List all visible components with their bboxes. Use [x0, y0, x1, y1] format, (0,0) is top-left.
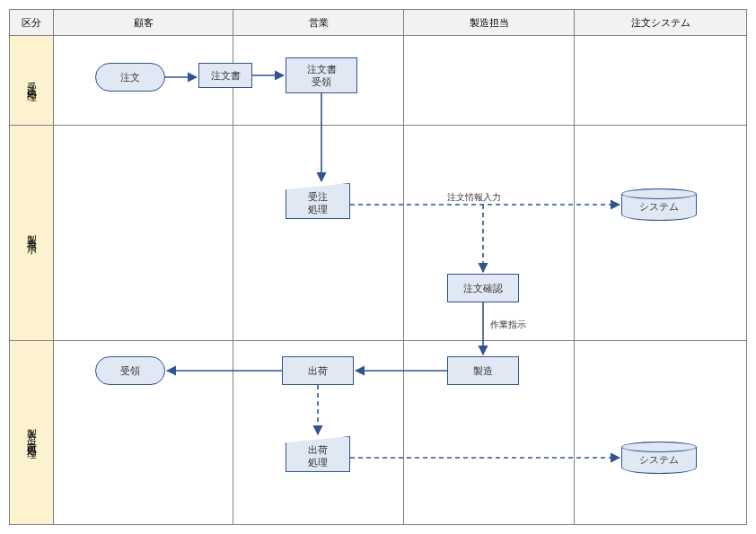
header-customer: 顧客 [53, 9, 233, 36]
lane-mfg-r1 [403, 35, 575, 126]
node-ship-proc-label: 出荷 処理 [308, 443, 328, 469]
header-customer-label: 顧客 [134, 16, 154, 30]
node-manufacture-label: 製造 [473, 364, 493, 377]
node-system-b: システム [621, 442, 697, 474]
edge-label-work-order: 作業指示 [490, 319, 526, 331]
lane-mfg-r2 [403, 125, 575, 341]
header-category-label: 区分 [22, 16, 41, 30]
node-order-form-label: 注文書 [211, 69, 241, 82]
header-sales-label: 営業 [309, 16, 329, 30]
node-order-confirm-label: 注文確認 [463, 282, 503, 294]
node-order-proc-label: 受注 処理 [308, 190, 328, 216]
header-manufacturing: 製造担当 [403, 9, 575, 36]
node-order-label: 注文 [120, 71, 140, 83]
swimlane-diagram: 区分 顧客 営業 製造担当 注文システム 受注処理 製造指示 製造・出荷処理 注… [0, 0, 756, 534]
node-system-a: システム [621, 188, 697, 221]
phase-3: 製造・出荷処理 [9, 340, 54, 525]
node-order-confirm: 注文確認 [447, 274, 519, 302]
header-sales: 営業 [233, 9, 404, 36]
node-system-b-label: システム [639, 453, 679, 466]
node-receive-label: 受領 [120, 364, 140, 377]
phase-1-label: 受注処理 [25, 74, 39, 88]
node-manufacture: 製造 [447, 356, 519, 385]
node-system-a-label: システム [639, 200, 679, 213]
node-order-form-receive: 注文書 受領 [286, 57, 357, 93]
phase-1: 受注処理 [9, 35, 54, 126]
phase-3-label: 製造・出荷処理 [25, 420, 39, 445]
phase-2-label: 製造指示 [25, 226, 39, 241]
node-order: 注文 [95, 63, 165, 92]
lane-sys-r2 [574, 125, 747, 341]
node-ship: 出荷 [282, 356, 354, 385]
node-order-form: 注文書 [198, 63, 252, 88]
lane-sales-r2 [233, 125, 404, 341]
header-manufacturing-label: 製造担当 [470, 16, 509, 30]
lane-sys-r1 [574, 35, 747, 126]
header-system: 注文システム [574, 9, 747, 36]
node-order-form-receive-label: 注文書 受領 [307, 63, 337, 89]
lane-customer-r2 [53, 125, 233, 341]
phase-2: 製造指示 [9, 125, 54, 341]
lane-sys-r3 [574, 340, 747, 525]
header-category: 区分 [9, 9, 54, 36]
header-system-label: 注文システム [631, 16, 690, 30]
edge-label-enter-order-info: 注文情報入力 [447, 191, 501, 204]
node-receive: 受領 [95, 356, 165, 385]
node-ship-label: 出荷 [308, 364, 328, 377]
